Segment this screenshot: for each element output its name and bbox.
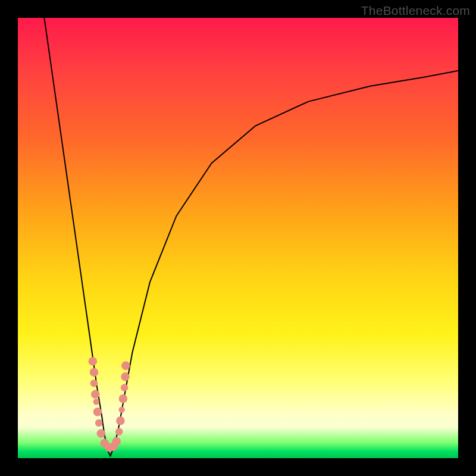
scatter-point (95, 419, 102, 427)
plot-area (18, 18, 458, 458)
scatter-point (90, 368, 99, 377)
chart-svg (18, 18, 458, 458)
scatter-point (97, 429, 106, 438)
scatter-point (112, 437, 121, 446)
scatter-point (93, 408, 102, 416)
scatter-point (115, 428, 123, 435)
scatter-point (89, 357, 98, 366)
scatter-point (121, 361, 130, 370)
scatter-point (90, 380, 98, 387)
scatter-point (121, 372, 130, 381)
scatter-point (91, 390, 100, 399)
marker-layer (89, 357, 130, 452)
scatter-point (118, 406, 124, 412)
scatter-point (121, 384, 128, 391)
curve-left (44, 18, 110, 456)
chart-frame: TheBottleneck.com (0, 0, 476, 476)
scatter-point (93, 399, 99, 405)
curve-right (110, 71, 458, 456)
curve-layer (44, 18, 458, 456)
scatter-point (119, 394, 128, 403)
watermark-text: TheBottleneck.com (361, 4, 470, 18)
scatter-point (116, 416, 125, 425)
